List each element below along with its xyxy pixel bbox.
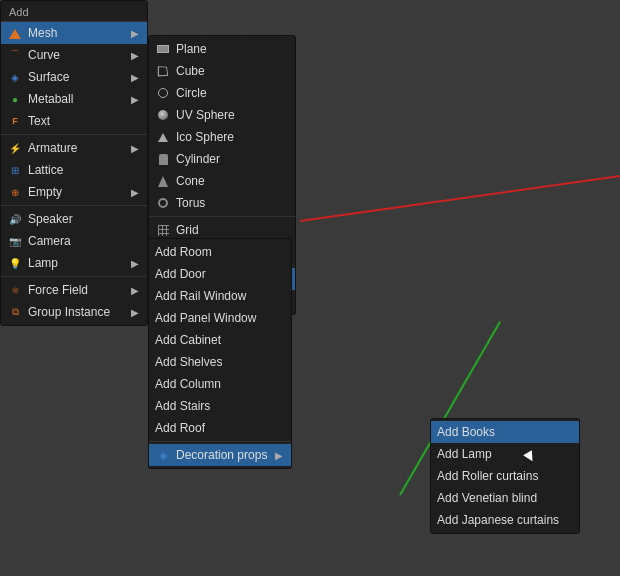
mesh-item-torus[interactable]: Torus bbox=[149, 192, 295, 214]
menu-item-group-instance[interactable]: ⧉ Group Instance ▶ bbox=[1, 301, 147, 323]
dec-item-roller-curtains[interactable]: Add Roller curtains bbox=[431, 465, 579, 487]
armature-arrow: ▶ bbox=[131, 143, 139, 154]
cube-icon bbox=[155, 63, 171, 79]
add-roller-curtains-label: Add Roller curtains bbox=[437, 469, 571, 483]
menu-item-empty[interactable]: ⊕ Empty ▶ bbox=[1, 181, 147, 203]
menu-item-metaball[interactable]: ● Metaball ▶ bbox=[1, 88, 147, 110]
mesh-label: Mesh bbox=[28, 26, 123, 40]
plane-icon bbox=[155, 41, 171, 57]
menu-item-mesh[interactable]: Mesh ▶ bbox=[1, 22, 147, 44]
arch-sep bbox=[149, 441, 291, 442]
surface-icon: ◈ bbox=[7, 69, 23, 85]
menu-item-speaker[interactable]: 🔊 Speaker bbox=[1, 208, 147, 230]
force-field-label: Force Field bbox=[28, 283, 123, 297]
cylinder-label: Cylinder bbox=[176, 152, 287, 166]
empty-label: Empty bbox=[28, 185, 123, 199]
curve-icon: ⌒ bbox=[7, 47, 23, 63]
circle-icon bbox=[155, 85, 171, 101]
dec-item-japanese-curtains[interactable]: Add Japanese curtains bbox=[431, 509, 579, 531]
add-cabinet-label: Add Cabinet bbox=[155, 333, 283, 347]
mesh-arrow: ▶ bbox=[131, 28, 139, 39]
add-room-label: Add Room bbox=[155, 245, 283, 259]
empty-icon: ⊕ bbox=[7, 184, 23, 200]
arch-item-panel-window[interactable]: Add Panel Window bbox=[149, 307, 291, 329]
sep1 bbox=[1, 134, 147, 135]
torus-icon bbox=[155, 195, 171, 211]
mesh-item-cone[interactable]: Cone bbox=[149, 170, 295, 192]
mesh-item-circle[interactable]: Circle bbox=[149, 82, 295, 104]
arch-item-shelves[interactable]: Add Shelves bbox=[149, 351, 291, 373]
group-icon: ⧉ bbox=[7, 304, 23, 320]
add-door-label: Add Door bbox=[155, 267, 283, 281]
add-shelves-label: Add Shelves bbox=[155, 355, 283, 369]
menu-item-surface[interactable]: ◈ Surface ▶ bbox=[1, 66, 147, 88]
text-icon: F bbox=[7, 113, 23, 129]
arch-item-roof[interactable]: Add Roof bbox=[149, 417, 291, 439]
menu-item-text[interactable]: F Text bbox=[1, 110, 147, 132]
curve-arrow: ▶ bbox=[131, 50, 139, 61]
icosphere-label: Ico Sphere bbox=[176, 130, 287, 144]
menu-item-camera[interactable]: 📷 Camera bbox=[1, 230, 147, 252]
arch-item-decoration-props[interactable]: ◈ Decoration props ▶ bbox=[149, 444, 291, 466]
add-rail-window-label: Add Rail Window bbox=[155, 289, 283, 303]
arch-item-stairs[interactable]: Add Stairs bbox=[149, 395, 291, 417]
arch-item-column[interactable]: Add Column bbox=[149, 373, 291, 395]
group-instance-label: Group Instance bbox=[28, 305, 123, 319]
metaball-icon: ● bbox=[7, 91, 23, 107]
decoration-props-icon: ◈ bbox=[155, 447, 171, 463]
menu-item-lamp[interactable]: 💡 Lamp ▶ bbox=[1, 252, 147, 274]
cylinder-icon bbox=[155, 151, 171, 167]
dec-item-venetian-blind[interactable]: Add Venetian blind bbox=[431, 487, 579, 509]
uvsphere-icon bbox=[155, 107, 171, 123]
grid-label: Grid bbox=[176, 223, 287, 237]
mesh-item-plane[interactable]: Plane bbox=[149, 38, 295, 60]
sep2 bbox=[1, 205, 147, 206]
add-japanese-curtains-label: Add Japanese curtains bbox=[437, 513, 571, 527]
surface-arrow: ▶ bbox=[131, 72, 139, 83]
mesh-item-icosphere[interactable]: Ico Sphere bbox=[149, 126, 295, 148]
mesh-item-cylinder[interactable]: Cylinder bbox=[149, 148, 295, 170]
camera-icon: 📷 bbox=[7, 233, 23, 249]
sep3 bbox=[1, 276, 147, 277]
menu-item-armature[interactable]: ⚡ Armature ▶ bbox=[1, 137, 147, 159]
grid-icon bbox=[155, 222, 171, 238]
arch-item-cabinet[interactable]: Add Cabinet bbox=[149, 329, 291, 351]
menu-item-force-field[interactable]: ⚛ Force Field ▶ bbox=[1, 279, 147, 301]
add-menu-title: Add bbox=[1, 3, 147, 22]
decoration-props-label: Decoration props bbox=[176, 448, 267, 462]
speaker-label: Speaker bbox=[28, 212, 139, 226]
add-lamp-label: Add Lamp bbox=[437, 447, 571, 461]
add-stairs-label: Add Stairs bbox=[155, 399, 283, 413]
add-books-label: Add Books bbox=[437, 425, 571, 439]
plane-label: Plane bbox=[176, 42, 287, 56]
mesh-sep bbox=[149, 216, 295, 217]
dec-item-books[interactable]: Add Books bbox=[431, 421, 579, 443]
menu-item-lattice[interactable]: ⊞ Lattice bbox=[1, 159, 147, 181]
lattice-icon: ⊞ bbox=[7, 162, 23, 178]
mesh-item-cube[interactable]: Cube bbox=[149, 60, 295, 82]
lamp-label: Lamp bbox=[28, 256, 123, 270]
cone-label: Cone bbox=[176, 174, 287, 188]
dec-item-lamp[interactable]: Add Lamp bbox=[431, 443, 579, 465]
lamp-arrow: ▶ bbox=[131, 258, 139, 269]
surface-label: Surface bbox=[28, 70, 123, 84]
arch-item-rail-window[interactable]: Add Rail Window bbox=[149, 285, 291, 307]
add-venetian-blind-label: Add Venetian blind bbox=[437, 491, 571, 505]
arch-item-door[interactable]: Add Door bbox=[149, 263, 291, 285]
circle-label: Circle bbox=[176, 86, 287, 100]
archimesh-submenu: Add Room Add Door Add Rail Window Add Pa… bbox=[148, 238, 292, 469]
menu-item-curve[interactable]: ⌒ Curve ▶ bbox=[1, 44, 147, 66]
lattice-label: Lattice bbox=[28, 163, 139, 177]
add-roof-label: Add Roof bbox=[155, 421, 283, 435]
add-panel-window-label: Add Panel Window bbox=[155, 311, 283, 325]
armature-label: Armature bbox=[28, 141, 123, 155]
metaball-label: Metaball bbox=[28, 92, 123, 106]
uvsphere-label: UV Sphere bbox=[176, 108, 287, 122]
force-field-arrow: ▶ bbox=[131, 285, 139, 296]
text-label: Text bbox=[28, 114, 139, 128]
add-column-label: Add Column bbox=[155, 377, 283, 391]
force-field-icon: ⚛ bbox=[7, 282, 23, 298]
arch-item-room[interactable]: Add Room bbox=[149, 241, 291, 263]
mesh-item-uvsphere[interactable]: UV Sphere bbox=[149, 104, 295, 126]
cube-label: Cube bbox=[176, 64, 287, 78]
